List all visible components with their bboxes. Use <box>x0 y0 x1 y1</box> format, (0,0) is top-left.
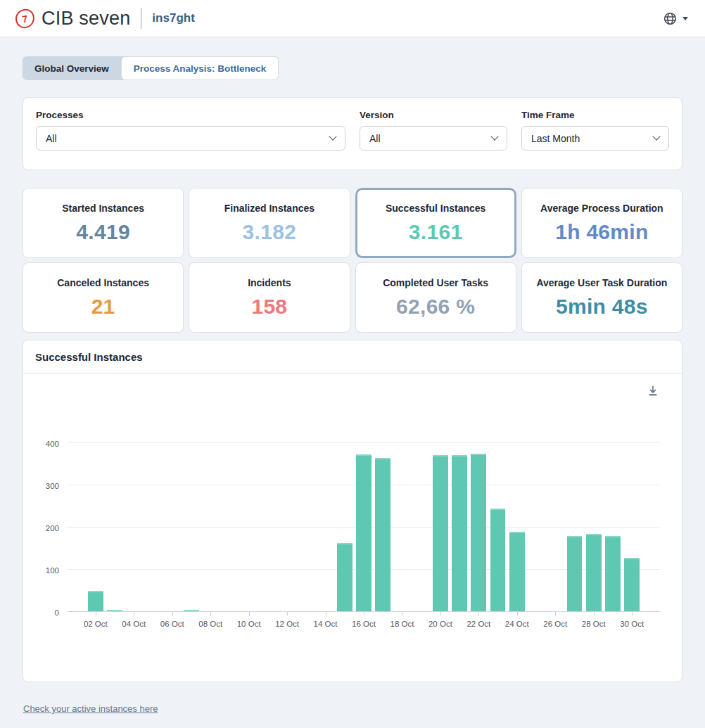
chevron-down-icon <box>329 132 336 140</box>
x-axis-tick-label: 04 Oct <box>122 620 146 628</box>
x-axis-tick-label: 08 Oct <box>198 620 222 628</box>
x-axis-tick-label: 30 Oct <box>620 620 644 628</box>
caret-down-icon <box>682 17 688 20</box>
x-axis-tick-label: 28 Oct <box>582 620 606 628</box>
x-axis-tick-label: 12 Oct <box>275 620 299 628</box>
stat-value: 21 <box>91 295 115 319</box>
chart-card: Successful Instances 0100200300400 02 Oc… <box>23 340 682 682</box>
y-axis-tick-label: 400 <box>30 440 59 448</box>
x-axis-tick-label: 24 Oct <box>505 620 529 628</box>
bar-03-oct <box>107 610 122 611</box>
x-axis-tick <box>478 612 479 615</box>
bar-02-oct <box>88 591 103 611</box>
filter-time-frame: Time Frame Last Month <box>521 110 669 151</box>
stat-card[interactable]: Average User Task Duration 5min 48s <box>521 262 682 333</box>
time-frame-selected-value: Last Month <box>531 133 580 144</box>
stats-grid: Started Instances 4.419 Finalized Instan… <box>23 188 682 333</box>
y-axis-tick-label: 100 <box>30 566 59 575</box>
bar-30-oct <box>624 558 640 611</box>
filters-panel: Processes All Version All Time Frame Las… <box>23 97 682 170</box>
bar-15-oct <box>337 543 352 611</box>
y-axis-tick-label: 0 <box>30 608 59 617</box>
stat-label: Average User Task Duration <box>536 277 667 288</box>
y-axis-tick-label: 200 <box>30 524 59 532</box>
x-axis-tick <box>210 612 211 615</box>
stat-card[interactable]: Successful Instances 3.161 <box>355 188 516 258</box>
x-axis-tick-label: 16 Oct <box>352 620 376 628</box>
brand: 7 CIB seven ins7ght <box>15 8 195 30</box>
chart-x-axis: 02 Oct04 Oct06 Oct08 Oct10 Oct12 Oct14 O… <box>67 617 661 632</box>
bar-27-oct <box>567 536 583 611</box>
processes-label: Processes <box>36 110 345 120</box>
version-label: Version <box>360 110 507 120</box>
brand-logo-icon: 7 <box>14 7 36 29</box>
time-frame-label: Time Frame <box>521 110 669 120</box>
x-axis-tick <box>287 612 288 615</box>
stat-value: 3.161 <box>409 220 463 244</box>
x-axis-tick-label: 14 Oct <box>314 620 338 628</box>
x-axis-tick <box>555 612 556 615</box>
x-axis-tick <box>402 612 402 615</box>
tab-bar: Global Overview Process Analysis: Bottle… <box>23 56 279 80</box>
chevron-down-icon <box>652 132 660 140</box>
x-axis-tick <box>517 612 518 615</box>
dashboard-main: Global Overview Process Analysis: Bottle… <box>0 37 705 728</box>
tab-process-analysis-bottleneck[interactable]: Process Analysis: Bottleneck <box>121 56 279 80</box>
x-axis-tick-label: 18 Oct <box>390 620 414 628</box>
bar-28-oct <box>586 534 602 611</box>
tab-global-overview[interactable]: Global Overview <box>23 56 121 80</box>
stat-label: Finalized Instances <box>224 203 315 214</box>
stat-value: 5min 48s <box>556 295 648 319</box>
bar-24-oct <box>509 532 525 611</box>
processes-select[interactable]: All <box>36 126 345 151</box>
filter-processes: Processes All <box>36 110 345 151</box>
active-instances-link[interactable]: Check your active instances here <box>23 703 158 714</box>
chart-title: Successful Instances <box>23 340 682 373</box>
x-axis-tick-label: 02 Oct <box>84 620 108 628</box>
x-axis-tick <box>172 612 173 615</box>
bar-20-oct <box>433 455 448 611</box>
stat-card[interactable]: Average Process Duration 1h 46min <box>521 188 682 258</box>
x-axis-tick <box>134 612 134 615</box>
x-axis-tick <box>249 612 250 615</box>
chart-body: 0100200300400 02 Oct04 Oct06 Oct08 Oct10… <box>23 373 682 682</box>
header-divider <box>141 8 141 29</box>
stat-label: Canceled Instances <box>57 277 149 288</box>
x-axis-tick <box>364 612 364 615</box>
app-name: ins7ght <box>152 11 194 25</box>
x-axis-tick <box>96 612 96 615</box>
x-axis-tick <box>440 612 441 615</box>
language-menu-button[interactable] <box>661 8 690 29</box>
chevron-down-icon <box>490 132 498 140</box>
globe-icon <box>663 11 678 26</box>
stat-label: Completed User Tasks <box>383 277 488 288</box>
bar-22-oct <box>471 454 486 611</box>
x-axis-tick <box>594 612 595 615</box>
gridline <box>67 442 661 443</box>
x-axis-tick-label: 10 Oct <box>237 620 261 628</box>
bar-16-oct <box>356 454 371 611</box>
x-axis-tick-label: 06 Oct <box>160 620 184 628</box>
bar-21-oct <box>452 455 467 611</box>
chart-plot: 0100200300400 <box>67 411 661 612</box>
stat-card[interactable]: Started Instances 4.419 <box>23 188 184 258</box>
logo-glyph: 7 <box>21 12 28 24</box>
chart-toolbar <box>67 383 661 402</box>
bar-17-oct <box>375 458 390 611</box>
version-select[interactable]: All <box>360 126 507 151</box>
stat-card[interactable]: Completed User Tasks 62,66 % <box>355 262 516 333</box>
download-chart-button[interactable] <box>645 383 661 402</box>
stat-value: 62,66 % <box>396 295 475 319</box>
stat-card[interactable]: Incidents 158 <box>189 262 350 333</box>
x-axis-tick-label: 26 Oct <box>543 620 567 628</box>
x-axis-tick-label: 22 Oct <box>466 620 490 628</box>
stat-card[interactable]: Canceled Instances 21 <box>23 262 184 333</box>
processes-selected-value: All <box>46 133 57 144</box>
stat-label: Average Process Duration <box>540 203 663 214</box>
time-frame-select[interactable]: Last Month <box>521 126 669 151</box>
stat-label: Started Instances <box>62 203 144 214</box>
download-icon <box>647 385 659 397</box>
stat-card[interactable]: Finalized Instances 3.182 <box>189 188 350 258</box>
stat-label: Incidents <box>248 277 291 288</box>
brand-name: CIB seven <box>42 8 130 30</box>
